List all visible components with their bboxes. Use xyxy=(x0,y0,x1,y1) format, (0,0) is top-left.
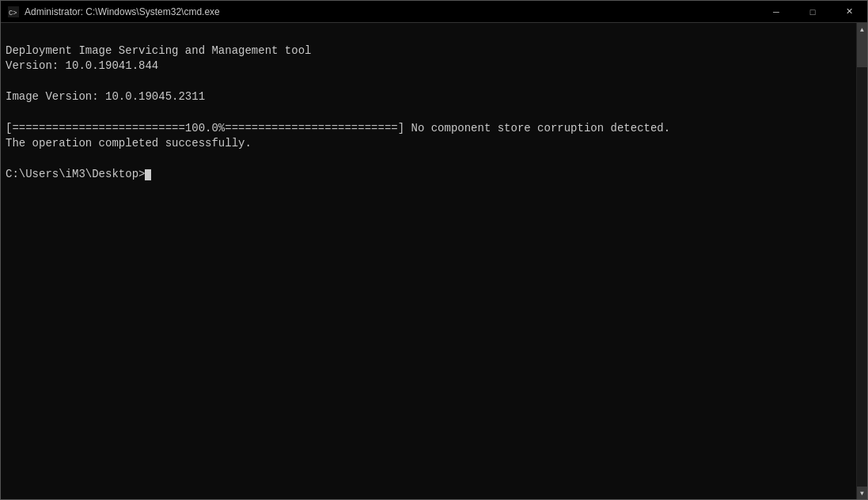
scroll-thumb[interactable] xyxy=(857,36,868,67)
title-bar-left: C> Administrator: C:\Windows\System32\cm… xyxy=(7,6,220,18)
output-line-1: Deployment Image Servicing and Managemen… xyxy=(6,44,311,57)
window-controls: ─ □ ✕ xyxy=(758,1,867,23)
console-area: Deployment Image Servicing and Managemen… xyxy=(1,23,867,499)
minimize-button[interactable]: ─ xyxy=(758,1,794,23)
scroll-track[interactable] xyxy=(857,36,868,487)
scrollbar[interactable]: ▲ ▼ xyxy=(856,23,867,499)
cmd-icon: C> xyxy=(7,6,20,18)
console-output[interactable]: Deployment Image Servicing and Managemen… xyxy=(1,23,856,499)
output-line-2: Version: 10.0.19041.844 xyxy=(6,59,158,72)
output-line-7: The operation completed successfully. xyxy=(6,137,252,150)
cursor xyxy=(145,169,151,180)
output-line-6: [==========================100.0%=======… xyxy=(6,122,670,134)
close-button[interactable]: ✕ xyxy=(831,1,867,23)
scroll-down-button[interactable]: ▼ xyxy=(857,487,868,499)
title-bar: C> Administrator: C:\Windows\System32\cm… xyxy=(1,1,867,23)
scroll-up-button[interactable]: ▲ xyxy=(857,23,868,36)
svg-text:C>: C> xyxy=(9,9,17,17)
window-title: Administrator: C:\Windows\System32\cmd.e… xyxy=(25,6,220,17)
maximize-button[interactable]: □ xyxy=(794,1,831,23)
prompt-line: C:\Users\iM3\Desktop> xyxy=(6,168,145,180)
cmd-window: C> Administrator: C:\Windows\System32\cm… xyxy=(0,0,868,500)
output-line-4: Image Version: 10.0.19045.2311 xyxy=(6,90,205,103)
